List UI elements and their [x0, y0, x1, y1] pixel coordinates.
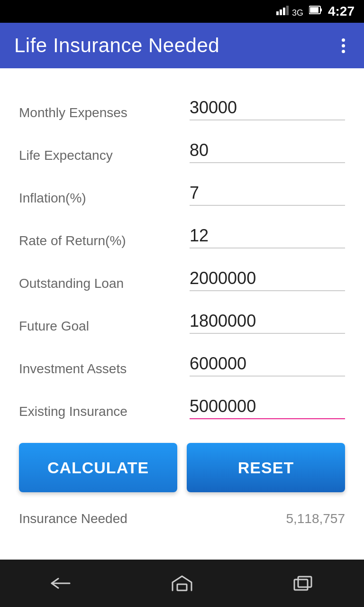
- app-bar: Life Insurance Needed: [0, 23, 364, 68]
- reset-button[interactable]: RESET: [187, 443, 345, 492]
- svg-rect-2: [283, 8, 285, 15]
- svg-rect-9: [294, 579, 308, 590]
- existing-insurance-label: Existing Insurance: [19, 404, 180, 419]
- monthly-expenses-input[interactable]: [190, 96, 345, 120]
- outstanding-loan-input[interactable]: [190, 267, 345, 291]
- future-goal-input[interactable]: [190, 309, 345, 334]
- insurance-needed-row: Insurance Needed 5,118,757: [19, 506, 345, 531]
- existing-insurance-input[interactable]: [190, 395, 345, 419]
- rate-of-return-row: Rate of Return(%): [19, 211, 345, 253]
- overflow-menu-button[interactable]: [337, 34, 350, 58]
- nav-recents-button[interactable]: [284, 569, 322, 598]
- status-bar: 3G 4:27: [0, 0, 364, 23]
- future-goal-label: Future Goal: [19, 319, 180, 334]
- svg-rect-3: [286, 6, 289, 15]
- investment-assets-input[interactable]: [190, 352, 345, 377]
- investment-assets-label: Investment Assets: [19, 361, 180, 377]
- monthly-expenses-row: Monthly Expenses: [19, 83, 345, 125]
- investment-assets-row: Investment Assets: [19, 339, 345, 381]
- svg-rect-0: [276, 11, 279, 15]
- network-type: 3G: [292, 8, 303, 18]
- life-expectancy-label: Life Expectancy: [19, 148, 180, 163]
- main-content: Monthly Expenses Life Expectancy Inflati…: [0, 68, 364, 560]
- svg-rect-5: [320, 9, 322, 11]
- life-expectancy-input[interactable]: [190, 138, 345, 163]
- inflation-row: Inflation(%): [19, 168, 345, 211]
- svg-rect-6: [310, 7, 318, 13]
- buttons-row: CALCULATE RESET: [19, 443, 345, 492]
- outstanding-loan-row: Outstanding Loan: [19, 253, 345, 296]
- signal-indicator: 3G: [276, 5, 303, 18]
- app-title: Life Insurance Needed: [14, 34, 219, 57]
- clock: 4:27: [328, 4, 355, 19]
- life-expectancy-row: Life Expectancy: [19, 125, 345, 168]
- monthly-expenses-label: Monthly Expenses: [19, 105, 180, 120]
- nav-back-button[interactable]: [42, 569, 80, 598]
- svg-rect-10: [298, 577, 311, 587]
- outstanding-loan-label: Outstanding Loan: [19, 276, 180, 291]
- svg-rect-1: [280, 9, 282, 15]
- rate-of-return-label: Rate of Return(%): [19, 233, 180, 248]
- inflation-input[interactable]: [190, 181, 345, 206]
- rate-of-return-input[interactable]: [190, 224, 345, 248]
- existing-insurance-row: Existing Insurance: [19, 381, 345, 424]
- insurance-needed-value: 5,118,757: [286, 511, 345, 526]
- calculate-button[interactable]: CALCULATE: [19, 443, 177, 492]
- inflation-label: Inflation(%): [19, 191, 180, 206]
- insurance-needed-label: Insurance Needed: [19, 511, 127, 526]
- battery-icon: [309, 5, 322, 18]
- nav-bar: [0, 560, 364, 607]
- svg-rect-8: [177, 584, 187, 590]
- future-goal-row: Future Goal: [19, 296, 345, 339]
- nav-home-button[interactable]: [163, 569, 201, 598]
